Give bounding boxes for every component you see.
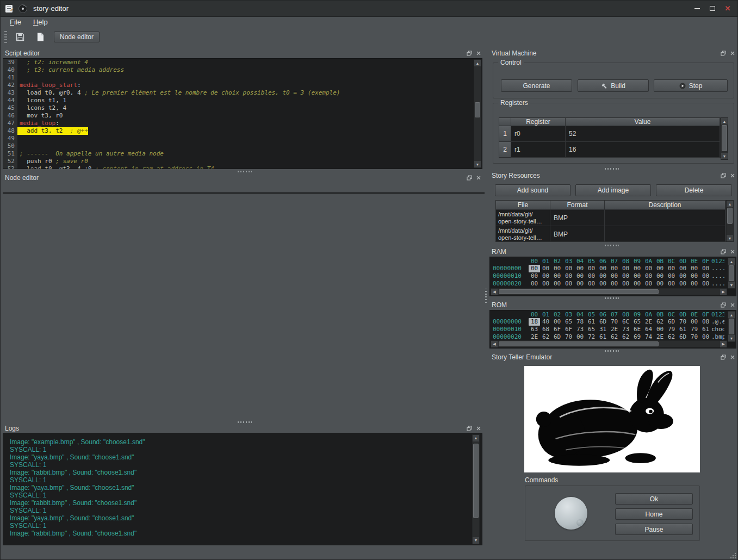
rom-hscrollbar[interactable]: ◀ ▶ [491,340,727,347]
float-icon[interactable] [466,175,473,181]
splitter-handle[interactable] [605,168,619,170]
value-cell[interactable]: 52 [566,126,720,142]
scroll-thumb[interactable] [475,102,480,117]
value-cell[interactable]: 16 [566,142,720,158]
registers-scrollbar[interactable]: ▲ ▼ [721,117,728,160]
splitter-handle[interactable] [605,297,619,299]
column-header[interactable]: Description [605,201,725,210]
script-line[interactable]: 47media_loop: [3,120,482,127]
splitter-handle[interactable] [485,289,487,303]
size-grip[interactable] [729,552,737,559]
minimize-button[interactable] [690,3,705,15]
script-scrollbar[interactable]: ▲ ▼ [474,59,481,168]
float-icon[interactable] [720,172,727,179]
scroll-down-icon[interactable]: ▼ [728,282,735,288]
splitter-handle[interactable] [238,421,252,423]
script-line[interactable]: 42media_loop_start: [3,82,482,89]
scroll-thumb[interactable] [729,265,734,281]
script-line[interactable]: 49 [3,135,482,142]
close-icon[interactable] [475,425,482,432]
scroll-thumb[interactable] [729,319,734,334]
script-line[interactable]: 43 load t0, @r0, 4 ; Le premier élément … [3,89,482,97]
scroll-down-icon[interactable]: ▼ [727,235,733,241]
scroll-track[interactable] [498,341,720,347]
hex-row[interactable]: 000000001840006578616D706C652E626D700008… [491,318,727,326]
toolbar-handle[interactable] [4,31,7,43]
scroll-up-icon[interactable]: ▲ [728,312,735,318]
ok-button[interactable]: Ok [615,493,693,505]
format-cell[interactable]: BMP [550,210,605,226]
splitter-handle[interactable] [605,350,619,352]
step-button[interactable]: Step [654,79,728,92]
close-icon[interactable] [729,302,736,308]
scroll-track[interactable] [498,289,720,295]
float-icon[interactable] [466,425,473,432]
ram-panel[interactable]: 000102030405060708090A0B0C0D0E0F01234567… [489,257,736,296]
scroll-up-icon[interactable]: ▲ [727,201,733,207]
close-icon[interactable] [729,354,736,360]
home-button[interactable]: Home [615,508,693,520]
scroll-track[interactable] [728,318,735,335]
script-line[interactable]: 44 lcons t1, 1 [3,97,482,104]
hex-row[interactable]: 0000000000000000000000000000000000000000… [491,265,727,272]
close-icon[interactable] [729,172,736,179]
description-cell[interactable] [605,210,725,226]
scroll-right-icon[interactable]: ▶ [720,341,727,347]
scroll-up-icon[interactable]: ▲ [721,118,728,125]
register-cell[interactable]: r1 [511,142,566,158]
scroll-down-icon[interactable]: ▼ [474,161,481,167]
build-button[interactable]: Build [578,79,649,92]
add-sound-button[interactable]: Add sound [495,184,570,196]
scroll-track[interactable] [474,66,481,161]
ram-hex[interactable]: 000102030405060708090A0B0C0D0E0F01234567… [491,258,727,289]
maximize-button[interactable] [705,3,720,15]
scroll-track[interactable] [727,207,733,235]
scroll-track[interactable] [473,441,479,537]
save-button[interactable] [13,30,27,44]
column-header[interactable]: Value [566,118,720,126]
script-editor[interactable]: 39 ; t2: increment 440 ; t3: current med… [3,58,482,169]
row-header[interactable]: 1 [499,126,511,142]
scroll-up-icon[interactable]: ▲ [728,258,735,265]
scroll-thumb[interactable] [722,125,727,151]
scroll-track[interactable] [728,265,735,282]
pause-button[interactable]: Pause [615,524,693,535]
script-line[interactable]: 46 mov t3, r0 [3,112,482,120]
logs-scrollbar[interactable]: ▲ ▼ [472,434,480,544]
logs-panel[interactable]: Image: "example.bmp" , Sound: "choose1.s… [3,433,482,545]
close-icon[interactable] [475,50,482,57]
menu-item-help[interactable]: Help [29,17,52,27]
column-header[interactable]: File [496,201,550,210]
scroll-thumb[interactable] [499,289,659,294]
add-image-button[interactable]: Add image [575,184,651,196]
format-cell[interactable]: BMP [550,226,605,242]
scroll-left-icon[interactable]: ◀ [491,341,498,347]
close-icon[interactable] [729,248,736,255]
float-icon[interactable] [466,50,473,57]
scroll-right-icon[interactable]: ▶ [720,289,727,295]
register-cell[interactable]: r0 [511,126,566,142]
close-icon[interactable] [475,175,482,181]
ram-vscrollbar[interactable]: ▲ ▼ [728,258,735,289]
rom-panel[interactable]: 000102030405060708090A0B0C0D0E0F01234567… [489,310,736,349]
column-header[interactable]: Register [511,118,566,126]
float-icon[interactable] [720,302,727,308]
close-icon[interactable] [729,50,736,57]
generate-button[interactable]: Generate [501,79,572,92]
column-header[interactable]: Format [550,201,605,210]
scroll-track[interactable] [721,125,728,153]
scroll-down-icon[interactable]: ▼ [473,537,479,544]
scroll-down-icon[interactable]: ▼ [721,153,728,159]
file-cell[interactable]: /mnt/data/git/open-story-tell… [496,210,550,226]
script-line[interactable]: 52 push r0 ; save r0 [3,158,482,165]
resources-scrollbar[interactable]: ▲ ▼ [726,200,734,242]
script-line[interactable]: 45 lcons t2, 4 [3,104,482,112]
menu-item-file[interactable]: File [6,17,25,27]
description-cell[interactable] [605,226,725,242]
file-cell[interactable]: /mnt/data/git/open-story-tell… [496,226,550,242]
script-line[interactable]: 51; ------ On appelle un autre media nod… [3,150,482,158]
splitter-handle[interactable] [605,245,619,246]
hex-row[interactable]: 0000002000000000000000000000000000000000… [491,280,727,288]
script-line[interactable]: 40 ; t3: current media address [3,66,482,74]
splitter-handle[interactable] [238,171,252,172]
